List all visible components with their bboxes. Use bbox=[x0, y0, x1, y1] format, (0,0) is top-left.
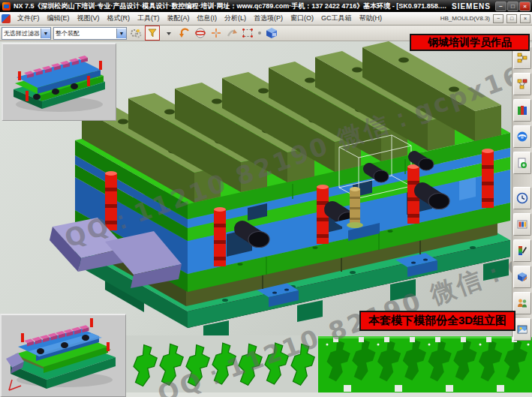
shaded-view-icon[interactable] bbox=[265, 26, 278, 40]
constraint-navigator-icon[interactable] bbox=[513, 73, 531, 95]
roles-icon[interactable] bbox=[513, 292, 531, 314]
visualization-icon[interactable] bbox=[513, 239, 531, 262]
mould-version-label: HB_MOULD(V8.3) bbox=[440, 15, 490, 22]
doc-close-button[interactable]: × bbox=[520, 14, 530, 23]
materials-icon[interactable] bbox=[513, 266, 531, 288]
chevron-down-icon[interactable]: ▼ bbox=[41, 29, 50, 38]
strip-graphic bbox=[126, 335, 532, 397]
menu-information[interactable]: 信息(I) bbox=[194, 14, 221, 23]
type-filter-combo[interactable]: 无选择过滤器 ▼ bbox=[2, 27, 51, 40]
resource-bar bbox=[512, 43, 532, 337]
inset-view-upper[interactable] bbox=[2, 43, 116, 121]
title-bar: NX 7.5《深圳松岗山下培训·专业·产品设计·模具设计·数控编程·培训·网址：… bbox=[0, 0, 532, 12]
doc-restore-button[interactable]: □ bbox=[506, 14, 517, 23]
menu-help[interactable]: 帮助(H) bbox=[356, 14, 386, 23]
part-navigator-icon[interactable] bbox=[513, 99, 531, 122]
menu-tools[interactable]: 工具(T) bbox=[134, 14, 164, 23]
menu-format[interactable]: 格式(R) bbox=[104, 14, 134, 23]
scene-icon[interactable] bbox=[513, 318, 531, 341]
snap-point-icon[interactable] bbox=[194, 26, 207, 40]
menu-preferences[interactable]: 首选项(P) bbox=[250, 14, 287, 23]
rectangle-select-icon[interactable] bbox=[241, 26, 254, 40]
history-icon[interactable] bbox=[513, 187, 531, 209]
interpart-link-icon[interactable] bbox=[129, 26, 143, 40]
red-column bbox=[105, 171, 117, 230]
web-browser-icon[interactable] bbox=[513, 125, 531, 148]
caption-banner: 本套模下模部份全3D组立图 bbox=[359, 311, 515, 331]
strip-bottom-margin bbox=[126, 392, 532, 397]
menu-assemblies[interactable]: 装配(A) bbox=[164, 14, 194, 23]
menu-analysis[interactable]: 分析(L) bbox=[221, 14, 250, 23]
palette-icon[interactable] bbox=[513, 213, 531, 236]
nx-app-icon bbox=[2, 2, 11, 11]
stamped-parts bbox=[134, 343, 314, 386]
red-column bbox=[214, 207, 226, 266]
strip-material bbox=[318, 336, 532, 392]
inset-view-lower[interactable] bbox=[0, 314, 126, 397]
minimize-button[interactable]: − bbox=[495, 2, 506, 11]
restore-button[interactable]: □ bbox=[507, 2, 518, 11]
chevron-down-icon[interactable]: ▼ bbox=[116, 29, 126, 38]
undo-icon[interactable] bbox=[178, 26, 191, 40]
rotate-icon[interactable] bbox=[225, 26, 239, 40]
menu-bar: 文件(F) 编辑(E) 视图(V) 格式(R) 工具(T) 装配(A) 信息(I… bbox=[0, 12, 532, 26]
window-title: NX 7.5《深圳松岗山下培训·专业·产品设计·模具设计·数控编程·培训·网址：… bbox=[14, 2, 447, 11]
inset-lower-model bbox=[2, 315, 125, 395]
training-banner: 钢城培训学员作品 bbox=[410, 34, 530, 51]
nx-application-window: NX 7.5《深圳松岗山下培训·专业·产品设计·模具设计·数控编程·培训·网址：… bbox=[0, 0, 532, 397]
close-button[interactable]: × bbox=[519, 2, 530, 11]
toolbar-separator bbox=[258, 32, 261, 35]
selection-scope-combo[interactable]: 整个装配 ▼ bbox=[53, 27, 127, 40]
doc-minimize-button[interactable]: − bbox=[493, 14, 503, 23]
inset-upper-model bbox=[3, 44, 115, 119]
menu-window[interactable]: 窗口(O) bbox=[287, 14, 317, 23]
move-handle-icon[interactable] bbox=[209, 26, 223, 40]
hd3d-tools-icon[interactable] bbox=[513, 152, 531, 174]
strip-layout-view[interactable] bbox=[126, 335, 532, 397]
document-app-icon bbox=[2, 14, 11, 23]
menu-gc-toolbox[interactable]: GC工具箱 bbox=[317, 14, 356, 23]
menu-file[interactable]: 文件(F) bbox=[14, 14, 44, 23]
menu-view[interactable]: 视图(V) bbox=[74, 14, 104, 23]
filter-dropdown-icon[interactable] bbox=[162, 26, 176, 40]
menu-edit[interactable]: 编辑(E) bbox=[44, 14, 74, 23]
siemens-logo: SIEMENS bbox=[452, 2, 491, 11]
selection-filter-icon[interactable] bbox=[145, 26, 160, 41]
red-column bbox=[482, 149, 494, 208]
